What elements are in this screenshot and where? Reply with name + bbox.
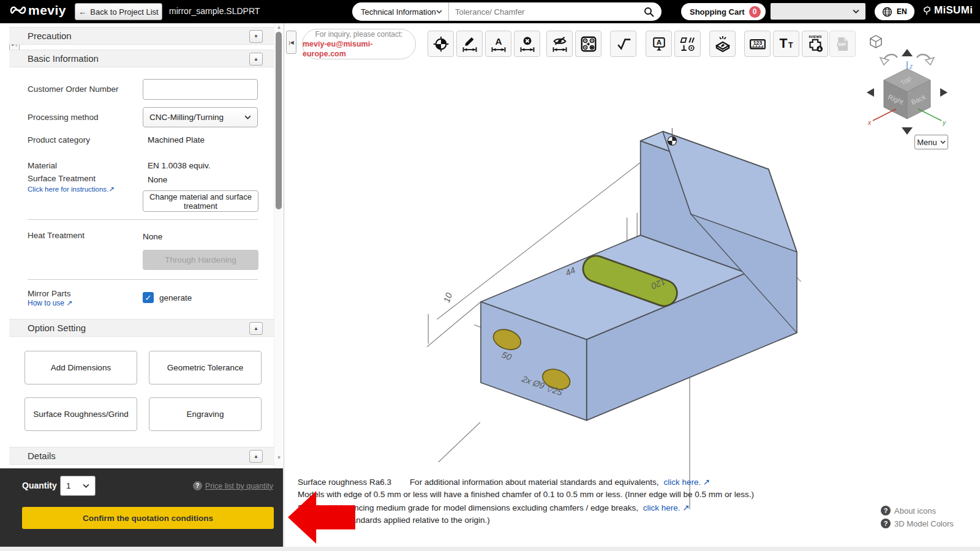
back-button-label: Back to Project List: [90, 7, 158, 17]
sidebar-scrollbar[interactable]: ▲ ▼: [274, 23, 283, 468]
letter-a: A: [495, 36, 502, 47]
search-bar: Technical Information: [352, 2, 662, 21]
viewer-menu-button[interactable]: Menu: [914, 135, 948, 149]
details-title: Details: [28, 451, 56, 461]
isometric-view-icon[interactable]: [870, 36, 881, 48]
help-icon: ?: [193, 481, 202, 490]
processing-method-value: CNC-Milling/Turning: [149, 113, 224, 122]
price-list-link[interactable]: ? Price list by quantity: [193, 481, 273, 490]
cart-label: Shopping Cart: [690, 7, 745, 17]
note-line-2: Models with edge of 0.5 mm or less will …: [298, 490, 754, 499]
basic-info-toggle-button[interactable]: ▲: [249, 53, 263, 66]
external-link-icon: ↗: [108, 186, 115, 193]
about-icons-link[interactable]: ? About icons: [881, 506, 936, 515]
material-label: Material: [28, 161, 57, 170]
collapse-icon: ▲: [254, 326, 258, 331]
meviy-logo[interactable]: meviy: [9, 3, 66, 18]
viewer-canvas[interactable]: |◀ For inquiry, please contact: meviy-eu…: [284, 23, 980, 547]
chevron-down-icon: [853, 9, 859, 13]
misumi-logo-text: MiSUMi: [934, 4, 973, 17]
change-material-label: Change material and surface treatment: [147, 192, 254, 211]
collapse-icon: ▲: [254, 454, 258, 459]
canvas-collapse-handle[interactable]: |◀: [286, 31, 296, 54]
scroll-down-icon[interactable]: ▼: [274, 455, 284, 460]
six-views-label: 6VIEWS: [809, 34, 821, 38]
sidebar-scrollbar-thumb[interactable]: [276, 32, 282, 209]
check-icon: ✓: [145, 293, 152, 302]
engraving-button[interactable]: Engraving: [149, 397, 262, 431]
shopping-cart-button[interactable]: Shopping Cart 0: [681, 3, 766, 20]
rotate-left-icon[interactable]: [880, 54, 897, 65]
material-standards-link[interactable]: click here.: [663, 478, 701, 487]
surface-roughness-button[interactable]: Surface Roughness/Grind: [24, 397, 137, 431]
details-toggle-button[interactable]: ▲: [249, 450, 263, 463]
search-icon[interactable]: [644, 7, 654, 17]
search-category-select[interactable]: Technical Information: [352, 2, 449, 21]
globe-icon: [882, 7, 892, 17]
model-colors-label: 3D Model Colors: [894, 519, 954, 528]
expand-icon: ▼: [254, 34, 258, 39]
section-precaution[interactable]: Precaution ▼: [9, 27, 274, 45]
customer-order-input[interactable]: [143, 79, 258, 100]
x-axis: [873, 109, 896, 121]
confirm-quotation-button[interactable]: Confirm the quotation conditions: [22, 507, 274, 529]
processing-method-select[interactable]: CNC-Milling/Turning: [143, 107, 258, 127]
roughness-note: Surface roughness Ra6.3: [298, 478, 391, 487]
x-axis-label: x: [867, 119, 872, 126]
external-link-icon: ↗: [66, 299, 72, 307]
through-hardening-button: Through Hardening: [143, 250, 258, 270]
settings-sidebar: ▶| Precaution ▼ Basic Information ▲ Cust…: [0, 23, 283, 468]
project-select[interactable]: [771, 3, 865, 20]
rotate-left-step-arrow[interactable]: [867, 88, 874, 97]
section-details[interactable]: Details ▲: [9, 447, 274, 465]
tolerancing-link[interactable]: click here.: [643, 503, 680, 512]
dim-10: 10: [442, 291, 454, 304]
contact-line: For inquiry, please contact:: [315, 29, 402, 39]
basic-info-title: Basic Information: [28, 53, 99, 64]
precaution-title: Precaution: [28, 31, 72, 41]
cart-count-badge: 0: [749, 6, 761, 18]
section-option-setting[interactable]: Option Setting ▲: [9, 319, 274, 337]
external-link-icon: ↗: [703, 478, 710, 487]
note-line-1: Surface roughness Ra6.3 For additional i…: [298, 477, 710, 487]
precaution-toggle-button[interactable]: ▼: [249, 30, 263, 43]
quantity-panel: Quantity 1 ? Price list by quantity Conf…: [0, 468, 283, 547]
chevron-down-icon: [244, 115, 251, 119]
3d-model-view[interactable]: 44 120 10 50 2x Ø9 ▽25: [386, 46, 858, 511]
search-category-value: Technical Information: [361, 7, 436, 17]
tilt-up-arrow[interactable]: [902, 49, 913, 56]
surface-treatment-value: None: [148, 175, 167, 184]
back-to-project-list-button[interactable]: ← Back to Project List: [75, 3, 162, 20]
rotate-right-step-arrow[interactable]: [940, 88, 948, 97]
chevron-down-icon: [436, 10, 442, 13]
surface-treatment-label: Surface Treatment: [28, 174, 96, 183]
how-to-use-link[interactable]: How to use ↗: [28, 299, 72, 307]
through-hardening-label: Through Hardening: [165, 255, 236, 264]
quantity-value: 1: [66, 481, 71, 490]
back-arrow-icon: ←: [78, 7, 86, 17]
scroll-up-icon[interactable]: ▲: [274, 24, 284, 30]
option-setting-toggle-button[interactable]: ▲: [249, 322, 263, 335]
misumi-mark-icon: [922, 6, 932, 15]
language-button[interactable]: EN: [875, 3, 914, 20]
quantity-select[interactable]: 1: [60, 476, 96, 496]
divider: [28, 219, 258, 220]
tilt-down-arrow[interactable]: [902, 127, 913, 135]
instructions-link[interactable]: Click here for instructions.↗: [28, 185, 115, 193]
heat-treatment-value: None: [143, 232, 162, 241]
search-input[interactable]: [449, 7, 644, 17]
generate-checkbox[interactable]: ✓: [143, 292, 154, 303]
chevron-down-icon: [940, 140, 946, 144]
section-basic-information[interactable]: Basic Information ▲: [9, 50, 274, 67]
meviy-logo-text: meviy: [28, 3, 66, 18]
about-icons-label: About icons: [894, 506, 936, 515]
model-colors-link[interactable]: ? 3D Model Colors: [881, 519, 954, 528]
generate-label: generate: [159, 293, 192, 302]
add-dimensions-button[interactable]: Add Dimensions: [24, 351, 137, 384]
z-axis-label: z: [909, 63, 913, 70]
page-bottom-strip: [0, 547, 980, 551]
change-material-button[interactable]: Change material and surface treatment: [143, 190, 258, 212]
processing-method-label: Processing method: [28, 113, 99, 122]
rotate-right-icon[interactable]: [917, 54, 934, 65]
geometric-tolerance-button[interactable]: Geometric Tolerance: [149, 351, 262, 384]
